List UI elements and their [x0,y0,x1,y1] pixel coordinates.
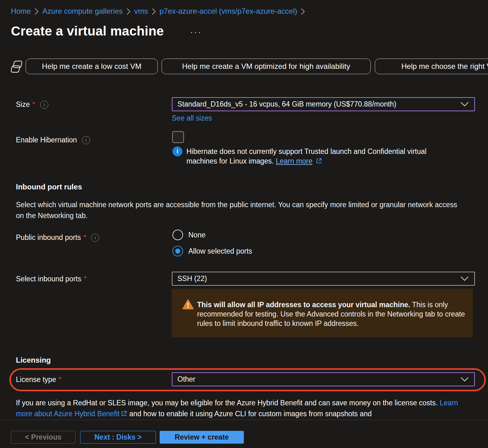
radio-none-label[interactable]: None [188,231,205,239]
learn-more-link[interactable]: Learn more [276,157,312,165]
radio-none-circle-icon[interactable] [172,230,183,240]
size-label: Size * i [16,100,48,109]
inbound-port-rules-heading: Inbound port rules [16,183,82,191]
breadcrumb-link-vms[interactable]: vms [134,7,148,16]
required-asterisk: * [83,233,86,242]
chevron-right-icon [152,8,156,15]
see-all-sizes-link[interactable]: See all sizes [172,114,212,122]
chevron-right-icon [127,8,131,15]
hybrid-benefit-text: If you are using a RedHat or SLES image,… [16,398,474,420]
license-type-dropdown[interactable]: Other [172,372,475,386]
chevron-down-icon [461,102,469,107]
external-link-icon [121,409,127,420]
page-title: Create a virtual machine [11,24,164,39]
warning-triangle-icon [182,299,194,310]
external-link-icon [316,157,322,167]
enable-hibernation-checkbox[interactable] [172,131,184,143]
breadcrumb-link-galleries[interactable]: Azure compute galleries [42,7,123,16]
size-dropdown-value: Standard_D16ds_v5 - 16 vcpus, 64 GiB mem… [177,100,461,108]
enable-hibernation-label: Enable Hibernation i [16,136,90,144]
copilot-icon[interactable] [10,60,24,74]
info-icon[interactable]: i [91,234,99,242]
required-asterisk: * [32,100,35,109]
license-type-label: License type * [16,375,61,384]
more-menu-icon[interactable]: ··· [190,27,202,37]
info-badge-icon: i [172,146,182,156]
select-inbound-ports-value: SSH (22) [177,274,461,283]
review-create-button[interactable]: Review + create [160,431,244,444]
breadcrumb: Home Azure compute galleries vms p7ex-az… [11,7,305,16]
select-inbound-ports-dropdown[interactable]: SSH (22) [172,272,475,286]
previous-button[interactable]: < Previous [11,431,75,444]
inbound-port-rules-description: Select which virtual machine network por… [16,199,462,221]
chevron-right-icon [35,8,39,15]
radio-selected-circle-icon[interactable] [172,246,183,256]
info-icon[interactable]: i [40,101,48,109]
radio-none[interactable]: None [172,230,205,240]
chevron-down-icon [461,377,469,382]
public-inbound-ports-label: Public inbound ports * i [16,233,99,242]
license-type-value: Other [177,375,461,384]
copilot-suggestion-low-cost-vm-button[interactable]: Help me create a low cost VM [26,59,158,74]
breadcrumb-link-home[interactable]: Home [11,7,31,16]
inbound-ports-warning: This will allow all IP addresses to acce… [172,289,473,337]
copilot-suggestion-choose-right-vm-button[interactable]: Help me choose the right VM [375,59,488,74]
warning-text: This will allow all IP addresses to acce… [197,300,466,328]
footer-divider [0,420,488,420]
licensing-heading: Licensing [16,356,51,365]
required-asterisk: * [59,375,61,384]
info-icon[interactable]: i [82,136,90,144]
required-asterisk: * [84,275,87,283]
select-inbound-ports-label: Select inbound ports * [16,275,87,283]
radio-allow-selected-ports-label[interactable]: Allow selected ports [188,247,252,255]
hibernation-info-text: Hibernate does not currently support Tru… [186,147,448,167]
breadcrumb-link-gallery-image[interactable]: p7ex-azure-accel (vms/p7ex-azure-accel) [160,7,297,16]
copilot-suggestion-high-availability-button[interactable]: Help me create a VM optimized for high a… [162,59,371,74]
size-dropdown[interactable]: Standard_D16ds_v5 - 16 vcpus, 64 GiB mem… [172,97,475,111]
next-disks-button[interactable]: Next : Disks > [80,431,156,444]
radio-allow-selected-ports[interactable]: Allow selected ports [172,246,252,256]
chevron-right-icon [301,8,305,15]
chevron-down-icon [461,276,469,281]
